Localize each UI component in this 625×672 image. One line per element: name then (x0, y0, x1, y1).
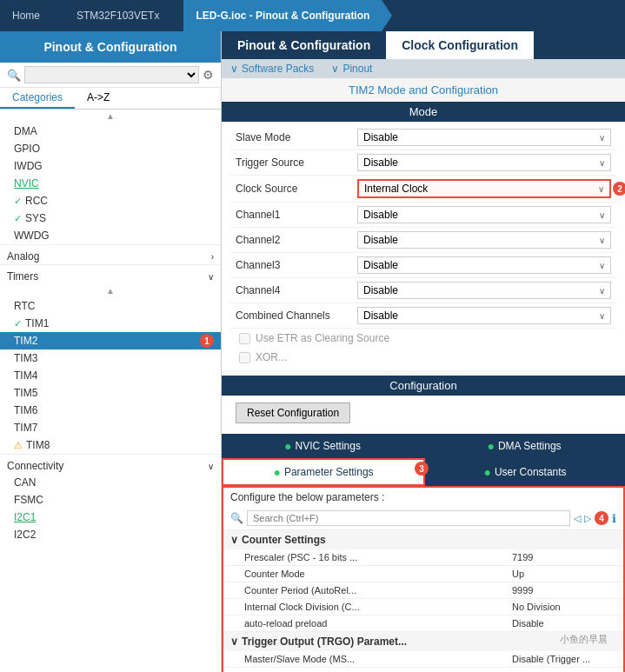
tab-user-constants[interactable]: ● User Constants (425, 458, 625, 486)
clock-source-row: Clock Source Internal Clock ∨ 2 (230, 176, 616, 203)
rcc-label: RCC (25, 195, 48, 207)
auto-reload-row: auto-reload preload Disable (223, 615, 623, 632)
sidebar-item-i2c2[interactable]: I2C2 (0, 526, 221, 543)
tab-bar: Pinout & Configuration Clock Configurati… (222, 31, 625, 59)
combined-channels-label: Combined Channels (236, 309, 357, 322)
tim8-label: TIM8 (26, 439, 50, 451)
tim1-check: ✓ (14, 318, 22, 329)
tim2-label: TIM2 (14, 335, 37, 347)
nav-mcu[interactable]: STM32F103VETx (64, 0, 171, 31)
slave-mode-select[interactable]: Disable ∨ (357, 129, 611, 146)
channel2-select[interactable]: Disable ∨ (357, 231, 611, 249)
counter-settings-header[interactable]: ∨ Counter Settings (223, 530, 623, 549)
tab-sub-bar: ∨ Software Packs ∨ Pinout (222, 59, 625, 78)
sidebar-item-nvic[interactable]: NVIC (0, 175, 221, 192)
sidebar-item-iwdg[interactable]: IWDG (0, 157, 221, 175)
channel2-row: Channel2 Disable ∨ (230, 228, 616, 253)
nav-project[interactable]: LED-G.ioc - Pinout & Configuration (183, 0, 382, 31)
nav-arrow-2 (171, 0, 182, 31)
tab-dma-settings[interactable]: ● DMA Settings (423, 434, 625, 458)
tab-categories[interactable]: Categories (0, 88, 75, 109)
tim3-label: TIM3 (14, 352, 37, 364)
section-connectivity[interactable]: Connectivity ∨ (0, 454, 221, 474)
timers-scroll-up[interactable]: ▲ (0, 284, 221, 297)
reset-btn-area: Reset Configuration (222, 396, 625, 434)
connectivity-label: Connectivity (7, 460, 63, 472)
sidebar-search-input[interactable] (24, 66, 199, 83)
tim1-label: TIM1 (25, 317, 49, 329)
sidebar-item-fsmc[interactable]: FSMC (0, 491, 221, 509)
xor-checkbox[interactable] (239, 352, 250, 363)
prescaler-row: Prescaler (PSC - 16 bits ... 7199 (223, 549, 623, 566)
sidebar-item-tim6[interactable]: TIM6 (0, 402, 221, 419)
channel2-arrow: ∨ (599, 236, 605, 245)
tab-atoz[interactable]: A->Z (75, 88, 122, 109)
section-timers[interactable]: Timers ∨ (0, 264, 221, 284)
tab-nvic-settings[interactable]: ● NVIC Settings (222, 434, 423, 458)
info-icon[interactable]: ℹ (612, 512, 616, 525)
slave-mode-label: Slave Mode (236, 131, 357, 143)
combined-channels-select[interactable]: Disable ∨ (357, 307, 611, 324)
next-result-icon[interactable]: ▷ (584, 513, 591, 524)
sidebar-item-tim7[interactable]: TIM7 (0, 419, 221, 436)
sidebar-item-tim1[interactable]: ✓ TIM1 (0, 315, 221, 332)
chevron-down-icon-2: ∨ (331, 63, 339, 75)
sidebar-item-wwdg[interactable]: WWDG (0, 227, 221, 244)
channel2-label: Channel2 (236, 234, 357, 246)
sidebar-item-gpio[interactable]: GPIO (0, 140, 221, 157)
channel3-select[interactable]: Disable ∨ (357, 256, 611, 274)
nav-home[interactable]: Home (0, 0, 52, 31)
tab-pinout[interactable]: Pinout & Configuration (222, 31, 386, 59)
channel1-select[interactable]: Disable ∨ (357, 206, 611, 223)
sidebar-item-tim8[interactable]: ⚠ TIM8 (0, 436, 221, 454)
param-dot-icon: ● (273, 465, 280, 479)
channel1-row: Channel1 Disable ∨ (230, 203, 616, 228)
sidebar-item-tim2[interactable]: TIM2 1 (0, 332, 221, 349)
clock-source-select[interactable]: Internal Clock ∨ (357, 179, 611, 198)
trigger-source-select[interactable]: Disable ∨ (357, 154, 611, 171)
settings-tabs: ● NVIC Settings ● DMA Settings (222, 434, 625, 458)
prev-result-icon[interactable]: ◁ (574, 513, 581, 524)
sidebar-item-dma[interactable]: DMA (0, 123, 221, 140)
sidebar-item-sys[interactable]: ✓ SYS (0, 210, 221, 227)
etr-checkbox-row: Use ETR as Clearing Source (230, 329, 616, 348)
slave-mode-arrow: ∨ (599, 133, 605, 143)
section-analog[interactable]: Analog › (0, 244, 221, 264)
tim2-badge: 1 (200, 334, 214, 348)
dma-label: DMA (14, 125, 37, 137)
xor-label: XOR... (256, 351, 287, 363)
sidebar-item-tim3[interactable]: TIM3 (0, 349, 221, 367)
master-slave-row: Master/Slave Mode (MS... Disable (Trigge… (223, 651, 623, 668)
search-area-badge: 4 (595, 511, 608, 525)
trigger-event-row: Trigger Event Selection Reset (UG bit fr… (223, 668, 623, 672)
content-area: TIM2 Mode and Configuration Mode Slave M… (222, 78, 625, 672)
channel3-arrow: ∨ (599, 261, 605, 270)
sub-tab-pinout[interactable]: ∨ Pinout (331, 63, 372, 75)
gear-icon[interactable]: ⚙ (203, 68, 214, 82)
clock-source-label: Clock Source (236, 183, 357, 195)
sidebar-item-i2c1[interactable]: I2C1 (0, 509, 221, 526)
analog-arrow-icon: › (211, 252, 214, 262)
reset-config-button[interactable]: Reset Configuration (236, 403, 350, 423)
sidebar-header: Pinout & Configuration (0, 31, 221, 63)
channel4-select[interactable]: Disable ∨ (357, 282, 611, 299)
top-nav: Home STM32F103VETx LED-G.ioc - Pinout & … (0, 0, 625, 31)
sidebar-item-tim4[interactable]: TIM4 (0, 367, 221, 384)
sidebar-item-rcc[interactable]: ✓ RCC (0, 192, 221, 210)
search-icon: 🔍 (7, 69, 21, 82)
scroll-up-arrow[interactable]: ▲ (0, 110, 221, 123)
tim7-label: TIM7 (14, 422, 37, 434)
tab-clock[interactable]: Clock Configuration (386, 31, 534, 59)
trigger-output-header[interactable]: ∨ Trigger Output (TRGO) Paramet... (223, 632, 623, 651)
right-panel: Pinout & Configuration Clock Configurati… (222, 31, 625, 672)
etr-checkbox[interactable] (239, 333, 250, 344)
tim6-label: TIM6 (14, 404, 37, 416)
sidebar-item-tim5[interactable]: TIM5 (0, 384, 221, 402)
wwdg-label: WWDG (14, 230, 50, 242)
param-search-input[interactable] (247, 510, 570, 526)
clock-division-row: Internal Clock Division (C... No Divisio… (223, 599, 623, 615)
sidebar-item-can[interactable]: CAN (0, 474, 221, 491)
tab-parameter-settings[interactable]: ● Parameter Settings 3 (222, 458, 425, 486)
sidebar-item-rtc[interactable]: RTC (0, 297, 221, 315)
sub-tab-software-packs[interactable]: ∨ Software Packs (230, 63, 314, 75)
